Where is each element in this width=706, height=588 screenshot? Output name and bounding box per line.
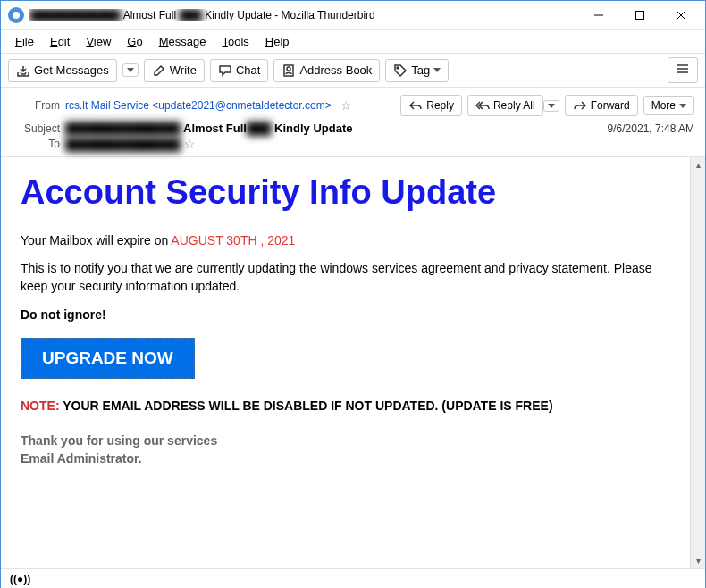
menu-help[interactable]: Help <box>258 32 297 51</box>
chevron-down-icon <box>548 104 555 108</box>
reply-all-icon <box>475 98 490 113</box>
get-messages-caret[interactable] <box>122 63 139 77</box>
minimize-button[interactable] <box>578 2 619 29</box>
scroll-up-arrow[interactable]: ▴ <box>691 157 705 172</box>
scrollbar[interactable]: ▴ ▾ <box>690 157 705 568</box>
window-title: ████████████ Almost Full ███ Kindly Upda… <box>29 9 578 21</box>
from-value[interactable]: rcs.lt Mail Service <update2021@cnmetald… <box>65 99 332 112</box>
warning-text: Do not ignore! <box>21 307 670 322</box>
statusbar: ((●)) <box>1 568 705 588</box>
notice-paragraph: This is to notify you that we are curren… <box>21 260 670 295</box>
write-button[interactable]: Write <box>144 59 205 82</box>
thunderbird-icon <box>8 7 24 23</box>
toolbar: Get Messages Write Chat Address Book Tag <box>1 53 705 88</box>
expire-line: Your Mailbox will expire on AUGUST 30TH … <box>21 233 670 248</box>
email-title: Account Security Info Update <box>21 173 670 212</box>
close-button[interactable] <box>660 2 702 29</box>
svg-point-0 <box>13 12 20 19</box>
star-recipient-button[interactable]: ☆ <box>184 137 196 151</box>
upgrade-now-button[interactable]: UPGRADE NOW <box>21 338 195 379</box>
chat-button[interactable]: Chat <box>210 59 268 82</box>
window-controls <box>578 2 702 29</box>
reply-icon <box>408 98 423 113</box>
pencil-icon <box>152 63 166 78</box>
app-menu-button[interactable] <box>668 57 698 83</box>
chevron-down-icon <box>679 104 686 108</box>
subject-value: ██████████████ Almost Full███ Kindly Upd… <box>60 122 608 135</box>
inbox-icon <box>16 63 30 78</box>
connection-icon[interactable]: ((●)) <box>10 573 30 585</box>
menu-go[interactable]: Go <box>120 32 149 51</box>
chevron-down-icon <box>433 68 441 72</box>
menu-message[interactable]: Message <box>152 32 214 51</box>
svg-point-6 <box>287 67 290 71</box>
reply-all-button[interactable]: Reply All <box>467 95 543 116</box>
star-contact-button[interactable]: ☆ <box>340 98 352 113</box>
address-book-icon <box>282 63 296 78</box>
titlebar: ████████████ Almost Full ███ Kindly Upda… <box>1 1 705 29</box>
message-body: Account Security Info Update Your Mailbo… <box>1 157 690 568</box>
window: ████████████ Almost Full ███ Kindly Upda… <box>0 0 706 588</box>
scroll-track[interactable] <box>691 172 705 553</box>
tag-button[interactable]: Tag <box>385 59 449 82</box>
tag-icon <box>393 63 408 78</box>
svg-rect-2 <box>636 12 644 20</box>
date-value: 9/6/2021, 7:48 AM <box>608 122 694 135</box>
subject-label: Subject <box>12 122 60 135</box>
address-book-button[interactable]: Address Book <box>273 59 380 82</box>
message-body-wrap: Account Security Info Update Your Mailbo… <box>1 157 705 568</box>
scroll-down-arrow[interactable]: ▾ <box>691 553 705 568</box>
reply-all-caret[interactable] <box>543 100 559 112</box>
svg-point-7 <box>397 67 399 69</box>
more-button[interactable]: More <box>643 96 694 115</box>
message-header: From rcs.lt Mail Service <update2021@cnm… <box>1 88 705 157</box>
hamburger-icon <box>676 62 690 76</box>
menubar: File Edit View Go Message Tools Help <box>1 29 705 53</box>
menu-file[interactable]: File <box>8 32 41 51</box>
menu-edit[interactable]: Edit <box>43 32 77 51</box>
note-line: NOTE: YOUR EMAIL ADDRESS WILL BE DISABLE… <box>21 399 670 413</box>
to-value: ██████████████ <box>65 138 181 151</box>
menu-view[interactable]: View <box>79 32 118 51</box>
forward-icon <box>573 98 587 113</box>
menu-tools[interactable]: Tools <box>214 32 256 51</box>
reply-button[interactable]: Reply <box>400 95 462 116</box>
signature: Thank you for using our services Email A… <box>21 433 670 467</box>
to-label: To <box>12 138 60 150</box>
chevron-down-icon <box>127 68 134 72</box>
from-label: From <box>12 99 60 112</box>
get-messages-button[interactable]: Get Messages <box>8 59 117 82</box>
maximize-button[interactable] <box>619 2 660 29</box>
forward-button[interactable]: Forward <box>565 95 638 116</box>
chat-icon <box>218 63 232 78</box>
